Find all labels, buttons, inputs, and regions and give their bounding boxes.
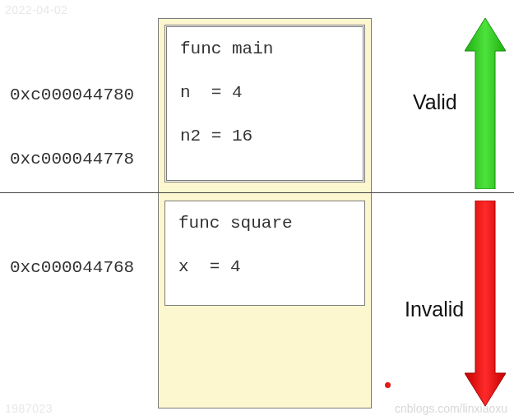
red-dot bbox=[385, 382, 391, 388]
arrow-down-icon bbox=[465, 201, 506, 406]
address-x: 0xc000044768 bbox=[10, 258, 134, 277]
frame-title: func main bbox=[180, 39, 350, 59]
stack-frame-square: func square x = 4 bbox=[164, 201, 365, 306]
label-invalid: Invalid bbox=[405, 298, 464, 321]
label-valid: Valid bbox=[413, 90, 457, 114]
var-n: n = 4 bbox=[180, 82, 350, 103]
address-n: 0xc000044780 bbox=[10, 85, 134, 104]
svg-marker-0 bbox=[465, 18, 506, 189]
stack-frame-main: func main n = 4 n2 = 16 bbox=[164, 25, 365, 182]
var-n2: n2 = 16 bbox=[180, 126, 350, 146]
var-x: x = 4 bbox=[178, 256, 351, 277]
arrow-up-icon bbox=[465, 18, 506, 189]
valid-invalid-divider bbox=[0, 192, 514, 193]
svg-marker-1 bbox=[465, 201, 506, 406]
watermark-date: 2022-04-02 bbox=[5, 3, 68, 16]
address-n2: 0xc000044778 bbox=[10, 150, 134, 168]
diagram-canvas: 2022-04-02 1987023 cnblogs.com/linxiaoxu… bbox=[0, 0, 514, 420]
watermark-id: 1987023 bbox=[5, 402, 53, 415]
frame-title: func square bbox=[178, 213, 351, 233]
